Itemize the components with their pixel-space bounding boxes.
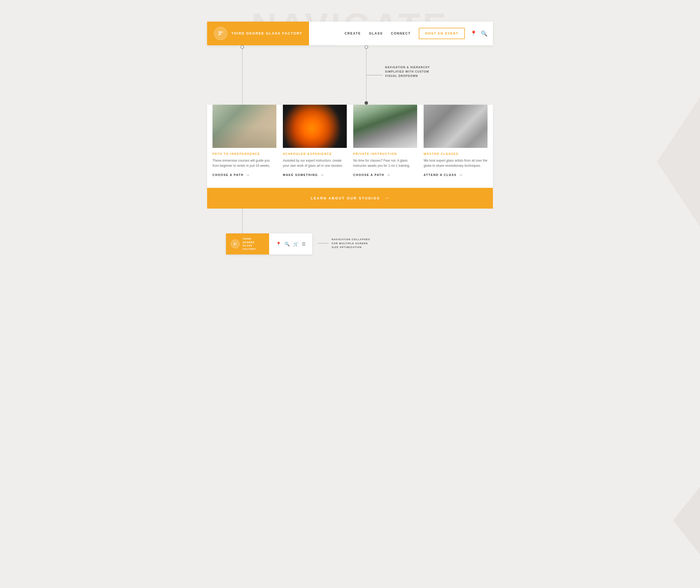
bg-triangle-bottom-right [673, 467, 700, 575]
card-link-1[interactable]: CHOOSE A PATH → [212, 173, 276, 177]
mobile-annotation: NAVIGATION COLLAPSES FOR MULTIPLE SCREEN… [318, 237, 370, 249]
mobile-search-icon[interactable]: 🔍 [284, 241, 290, 247]
card-link-2[interactable]: MAKE SOMETHING → [283, 173, 347, 177]
annotation-dot-top-left [241, 45, 244, 49]
mobile-nav-icons: 📍 🔍 🛒 ☰ [269, 241, 312, 247]
bg-triangle-right [657, 81, 700, 243]
mobile-brand-logo-icon: 3° [230, 239, 240, 249]
mobile-location-icon[interactable]: 📍 [276, 241, 281, 247]
card-link-arrow-2: → [320, 173, 324, 177]
search-icon[interactable]: 🔍 [481, 30, 488, 37]
card-link-label-1: CHOOSE A PATH [212, 173, 243, 176]
mobile-annotation-line [318, 243, 328, 243]
card-image-3 [353, 105, 417, 148]
brand-name: THIRD DEGREE GLASS FACTORY [231, 31, 303, 36]
nav-link-glass[interactable]: GLASS [369, 32, 383, 35]
annotation-horizontal-line [366, 75, 383, 75]
card-private-instruction: PRIVATE INSTRUCTION No time for classes?… [353, 105, 417, 177]
card-image-1 [212, 105, 276, 148]
mobile-navbar-preview: 3° THIRDDEGREEGLASSFACTORY 📍 🔍 🛒 ☰ [226, 233, 312, 254]
card-title-1: PATH TO INDEPENDENCE [212, 152, 276, 155]
card-desc-1: These immersive courses will guide you f… [212, 158, 276, 168]
bottom-annotation-section: 3° THIRDDEGREEGLASSFACTORY 📍 🔍 🛒 ☰ NAVIG… [207, 208, 493, 257]
annotation-text: NAVIGATION & HIERARCHY SIMPLIFIED WITH C… [385, 65, 430, 78]
host-event-button[interactable]: HOST AN EVENT [419, 28, 465, 39]
card-desc-3: No time for classes? Fear not. A glass i… [353, 158, 417, 168]
annotation-section: NAVIGATION & HIERARCHY SIMPLIFIED WITH C… [207, 45, 493, 105]
annotation-dot-center-top [365, 45, 368, 49]
card-image-2 [283, 105, 347, 148]
svg-text:3°: 3° [218, 30, 223, 36]
navbar: 3° THIRD DEGREE GLASS FACTORY CREATE GLA… [207, 22, 493, 45]
navbar-brand[interactable]: 3° THIRD DEGREE GLASS FACTORY [207, 22, 309, 45]
card-link-arrow-1: → [246, 173, 250, 177]
card-title-2: SCHEDULED EXPERIENCE [283, 152, 347, 155]
mobile-brand: 3° THIRDDEGREEGLASSFACTORY [226, 233, 269, 254]
mobile-menu-icon[interactable]: ☰ [302, 241, 306, 247]
annotation-dot-center-bottom [365, 101, 368, 105]
location-icon[interactable]: 📍 [470, 30, 477, 37]
mobile-cart-icon[interactable]: 🛒 [293, 241, 298, 247]
card-link-arrow-4: → [459, 173, 463, 177]
cards-section: PATH TO INDEPENDENCE These immersive cou… [207, 105, 493, 188]
card-desc-4: We host expert glass artists from all ov… [424, 158, 488, 168]
nav-link-create[interactable]: CREATE [345, 32, 361, 35]
card-title-4: MASTER CLASSES [424, 152, 488, 155]
annotation-line-left [242, 45, 242, 105]
mobile-annotation-text: NAVIGATION COLLAPSES FOR MULTIPLE SCREEN… [332, 237, 370, 249]
nav-icons: 📍 🔍 [470, 22, 493, 45]
card-link-label-2: MAKE SOMETHING [283, 173, 318, 176]
brand-logo-icon: 3° [214, 26, 228, 40]
orange-banner[interactable]: LEARN ABOUT OUR STUDIOS → [207, 188, 493, 208]
card-link-label-3: CHOOSE A PATH [353, 173, 384, 176]
nav-link-connect[interactable]: CONNECT [391, 32, 411, 35]
navbar-nav: CREATE GLASS CONNECT HOST AN EVENT [339, 22, 470, 45]
card-scheduled-experience: SCHEDULED EXPERIENCE Assisted by our exp… [283, 105, 347, 177]
card-link-3[interactable]: CHOOSE A PATH → [353, 173, 417, 177]
banner-text: LEARN ABOUT OUR STUDIOS [311, 196, 380, 200]
card-image-4 [424, 105, 488, 148]
card-link-label-4: ATTEND A CLASS [424, 173, 457, 176]
svg-text:3°: 3° [234, 242, 237, 246]
cards-grid: PATH TO INDEPENDENCE These immersive cou… [212, 105, 488, 177]
card-path-independence: PATH TO INDEPENDENCE These immersive cou… [212, 105, 276, 177]
card-link-arrow-3: → [386, 173, 391, 177]
card-master-classes: MASTER CLASSES We host expert glass arti… [424, 105, 488, 177]
card-link-4[interactable]: ATTEND A CLASS → [424, 173, 488, 177]
navbar-spacer [309, 22, 339, 45]
card-desc-2: Assisted by our expert instructors, crea… [283, 158, 347, 168]
mobile-brand-text: THIRDDEGREEGLASSFACTORY [243, 237, 256, 251]
banner-arrow-icon: → [385, 195, 389, 201]
card-title-3: PRIVATE INSTRUCTION [353, 152, 417, 155]
